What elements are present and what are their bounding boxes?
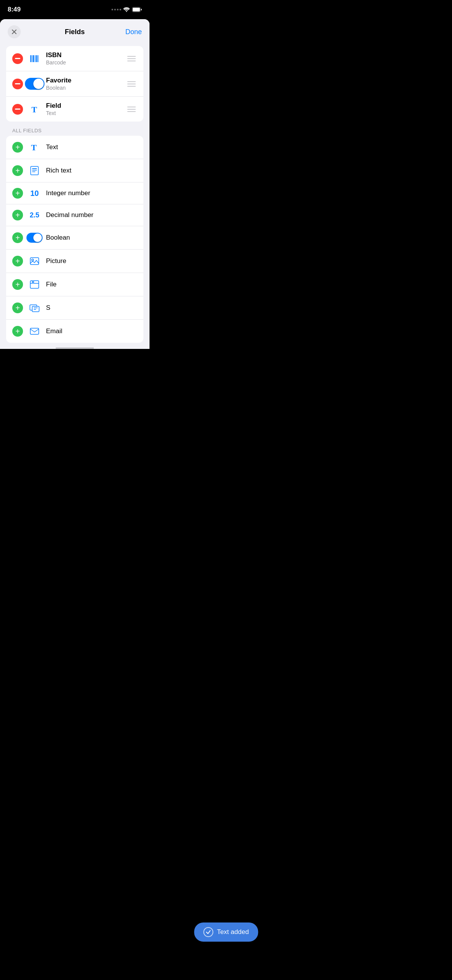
add-richtext-button[interactable] (12, 165, 23, 176)
add-richtext-row[interactable]: Rich text (6, 159, 143, 183)
add-integer-button[interactable] (12, 188, 23, 199)
remove-field-button[interactable] (12, 104, 23, 115)
svg-rect-18 (30, 281, 39, 288)
nav-bar: Fields Done (0, 19, 150, 43)
svg-rect-22 (32, 306, 39, 312)
isbn-field-type: Barcode (46, 59, 120, 66)
svg-rect-6 (33, 55, 34, 62)
integer-type-icon: 10 (28, 189, 41, 198)
field-drag-handle[interactable] (126, 105, 137, 113)
boolean-toggle (25, 78, 44, 90)
favorite-drag-handle[interactable] (126, 80, 137, 88)
add-boolean-row[interactable]: Boolean (6, 226, 143, 250)
svg-rect-16 (30, 258, 39, 265)
done-button[interactable]: Done (125, 28, 142, 36)
add-text-row[interactable]: T Text (6, 136, 143, 159)
text-field-label: Text (46, 143, 58, 151)
sheet: Fields Done ISBN Barcode (0, 19, 150, 349)
remove-isbn-button[interactable] (12, 53, 23, 64)
add-text-button[interactable] (12, 142, 23, 153)
boolean-field-label: Boolean (46, 234, 70, 242)
scroll-indicator (56, 347, 94, 349)
integer-field-label: Integer number (46, 189, 90, 197)
add-decimal-row[interactable]: 2.5 Decimal number (6, 204, 143, 226)
battery-icon (132, 7, 142, 12)
svg-rect-9 (38, 55, 38, 62)
decimal-type-icon: 2.5 (28, 211, 41, 219)
svg-rect-4 (30, 55, 31, 62)
svg-rect-5 (32, 55, 33, 62)
add-email-row[interactable]: Email (6, 320, 143, 343)
boolean-type-icon (28, 232, 41, 244)
email-field-label: Email (46, 327, 62, 335)
text-type-icon: T (28, 141, 41, 153)
isbn-drag-handle[interactable] (126, 54, 137, 63)
svg-rect-7 (35, 55, 36, 62)
barcode-icon (28, 53, 41, 65)
isbn-field-text: ISBN Barcode (46, 51, 120, 66)
richtext-type-icon (28, 164, 41, 177)
svg-text:T: T (31, 143, 37, 152)
svg-point-17 (32, 259, 34, 261)
all-fields-card: T Text Rich text 10 Integer number (6, 136, 143, 343)
wifi-icon (123, 7, 130, 12)
favorite-field-type: Boolean (46, 85, 120, 91)
close-button[interactable] (8, 25, 21, 38)
add-decimal-button[interactable] (12, 210, 23, 220)
svg-rect-25 (30, 328, 39, 334)
richtext-field-label: Rich text (46, 167, 71, 174)
add-picture-row[interactable]: Picture (6, 250, 143, 273)
screenshot-field-label: S (46, 304, 50, 312)
boolean-toggle-icon (26, 233, 43, 243)
email-type-icon (28, 325, 41, 337)
active-fields-card: ISBN Barcode Favorite Boolean (6, 46, 143, 122)
add-integer-row[interactable]: 10 Integer number (6, 183, 143, 204)
toggle-knob-icon (33, 233, 42, 242)
favorite-field-text: Favorite Boolean (46, 77, 120, 91)
add-screenshot-row[interactable]: S (6, 296, 143, 320)
decimal-field-label: Decimal number (46, 211, 94, 219)
add-file-row[interactable]: File (6, 273, 143, 296)
file-type-icon (28, 278, 41, 291)
add-screenshot-button[interactable] (12, 303, 23, 313)
toggle-knob (33, 79, 44, 89)
field-field-text: Field Text (46, 102, 120, 116)
svg-rect-1 (133, 8, 140, 12)
file-field-label: File (46, 281, 56, 288)
remove-favorite-button[interactable] (12, 79, 23, 89)
add-picture-button[interactable] (12, 256, 23, 266)
add-file-button[interactable] (12, 279, 23, 290)
add-boolean-button[interactable] (12, 232, 23, 243)
active-field-isbn[interactable]: ISBN Barcode (6, 46, 143, 71)
all-fields-section-label: ALL FIELDS (12, 128, 137, 133)
favorite-toggle-icon (28, 78, 41, 90)
svg-rect-12 (31, 166, 38, 175)
status-icons (112, 7, 142, 12)
text-field-icon: T (28, 103, 41, 115)
svg-rect-8 (36, 55, 37, 62)
active-field-favorite[interactable]: Favorite Boolean (6, 71, 143, 97)
favorite-field-name: Favorite (46, 77, 120, 84)
field-field-type: Text (46, 110, 120, 116)
signal-icon (112, 9, 121, 10)
picture-type-icon (28, 255, 41, 267)
picture-field-label: Picture (46, 257, 66, 265)
status-time: 8:49 (8, 6, 21, 13)
active-field-field[interactable]: T Field Text (6, 97, 143, 122)
page-title: Fields (65, 28, 85, 36)
svg-rect-20 (32, 281, 34, 283)
status-bar: 8:49 (0, 0, 150, 19)
add-email-button[interactable] (12, 326, 23, 337)
isbn-field-name: ISBN (46, 51, 120, 59)
svg-text:T: T (31, 105, 37, 114)
field-field-name: Field (46, 102, 120, 110)
screenshot-type-icon (28, 302, 41, 314)
